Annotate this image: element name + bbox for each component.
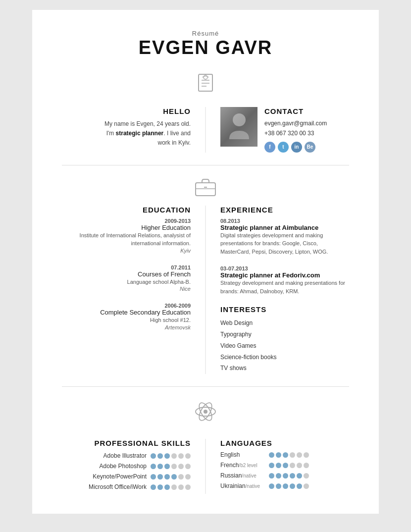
dot xyxy=(164,453,170,459)
dot xyxy=(178,474,184,479)
interest-3: Video Games xyxy=(220,340,349,352)
exp-title-2: Strategic planner at Fedoriv.com xyxy=(220,271,349,279)
dot xyxy=(185,453,191,459)
exp-date-2: 03-07.2013 xyxy=(220,266,349,271)
divider-1 xyxy=(62,165,349,165)
svg-rect-6 xyxy=(196,183,215,196)
edu-exp-section: EDUCATION 2009-2013 Higher Education Ins… xyxy=(62,206,349,374)
atom-icon xyxy=(193,399,218,424)
edu-degree-3: Complete Secondary Education xyxy=(62,309,191,316)
social-icons: f t in Be xyxy=(264,142,349,153)
dot xyxy=(171,484,177,490)
contact-title: CONTACT xyxy=(264,107,349,115)
hello-section: HELLO My name is Evgen, 24 years old. I'… xyxy=(62,107,206,148)
dot xyxy=(178,464,184,469)
hello-text: My name is Evgen, 24 years old. I'm stra… xyxy=(62,119,191,148)
svg-point-9 xyxy=(204,410,207,414)
lang-row-4: Ukrainian/native xyxy=(220,482,349,489)
person-icon xyxy=(195,73,216,98)
experience-title: EXPERIENCE xyxy=(220,206,349,214)
dot xyxy=(171,453,177,459)
edu-location-2: Nice xyxy=(62,286,191,292)
briefcase-icon-section xyxy=(62,178,349,197)
svg-point-5 xyxy=(233,113,246,126)
person-silhouette xyxy=(227,112,252,142)
contact-info: CONTACT evgen.gavr@gmail.com +38 067 320… xyxy=(264,107,349,153)
edu-entry-1: 2009-2013 Higher Education Institute of … xyxy=(62,218,191,254)
atom-icon-section xyxy=(62,399,349,424)
languages-section: LANGUAGES English French/b2 level xyxy=(206,439,349,493)
lang-dots-2 xyxy=(269,463,309,468)
twitter-icon[interactable]: t xyxy=(278,142,289,153)
contact-email: evgen.gavr@gmail.com xyxy=(264,118,349,128)
dot xyxy=(171,474,177,479)
dot xyxy=(178,484,184,490)
edu-school-2: Language school Alpha-B. xyxy=(62,278,191,286)
lang-name-1: English xyxy=(220,451,265,458)
dot xyxy=(151,464,156,469)
lang-name-3: Russian/native xyxy=(220,472,265,479)
header-section: Résumé EVGEN GAVR xyxy=(62,30,349,58)
profile-photo xyxy=(220,107,257,147)
facebook-icon[interactable]: f xyxy=(264,142,275,153)
lang-row-3: Russian/native xyxy=(220,472,349,479)
skills-title: PROFESSIONAL SKILLS xyxy=(62,439,191,447)
dot xyxy=(151,474,156,479)
education-section: EDUCATION 2009-2013 Higher Education Ins… xyxy=(62,206,206,341)
interests-section: INTERESTS Web Design Typography Video Ga… xyxy=(220,305,349,374)
skill-row-1: Adobe Illustrator xyxy=(62,452,191,459)
lang-row-2: French/b2 level xyxy=(220,462,349,469)
skill-row-2: Adobe Photoshop xyxy=(62,463,191,470)
lang-dots-1 xyxy=(269,452,309,458)
dot xyxy=(164,474,170,479)
contact-row: CONTACT evgen.gavr@gmail.com +38 067 320… xyxy=(220,107,349,153)
interest-5: TV shows xyxy=(220,363,349,374)
exp-desc-2: Strategy development and making presenta… xyxy=(220,279,349,295)
hello-title: HELLO xyxy=(62,107,191,115)
exp-interests-section: EXPERIENCE 08.2013 Strategic planner at … xyxy=(206,206,349,374)
dot xyxy=(164,464,170,469)
interests-list: Web Design Typography Video Games Scienc… xyxy=(220,318,349,374)
dot xyxy=(157,453,163,459)
interest-1: Web Design xyxy=(220,318,349,329)
interest-2: Typography xyxy=(220,329,349,340)
lang-dots-4 xyxy=(269,483,309,489)
skill-row-3: Keynote/PowerPoint xyxy=(62,473,191,480)
linkedin-icon[interactable]: in xyxy=(291,142,302,153)
dot xyxy=(178,453,184,459)
skills-list: Adobe Illustrator Adobe Photoshop xyxy=(62,452,191,490)
skill-dots-1 xyxy=(151,453,191,459)
full-name: EVGEN GAVR xyxy=(62,37,349,58)
skill-row-4: Microsoft Office/iWork xyxy=(62,483,191,490)
skill-name-2: Adobe Photoshop xyxy=(100,463,147,470)
exp-date-1: 08.2013 xyxy=(220,218,349,224)
exp-entry-1: 08.2013 Strategic planner at Aimbulance … xyxy=(220,218,349,256)
edu-location-1: Kyiv xyxy=(62,248,191,254)
contact-phone: +38 067 320 00 33 xyxy=(264,128,349,138)
dot xyxy=(185,484,191,490)
lang-row-1: English xyxy=(220,451,349,458)
contact-section: CONTACT evgen.gavr@gmail.com +38 067 320… xyxy=(206,107,349,153)
svg-rect-0 xyxy=(199,74,212,91)
behance-icon[interactable]: Be xyxy=(305,142,315,153)
edu-degree-2: Courses of French xyxy=(62,270,191,278)
edu-location-3: Artemovsk xyxy=(62,324,191,330)
resume-label: Résumé xyxy=(62,30,349,37)
skill-name-3: Keynote/PowerPoint xyxy=(93,473,147,480)
lang-dots-3 xyxy=(269,473,309,479)
languages-title: LANGUAGES xyxy=(220,439,349,447)
skill-dots-2 xyxy=(151,464,191,469)
skills-section: PROFESSIONAL SKILLS Adobe Illustrator Ad… xyxy=(62,439,206,494)
exp-desc-1: Digital strategies development and makin… xyxy=(220,231,349,256)
person-icon-section xyxy=(62,73,349,98)
exp-title-1: Strategic planner at Aimbulance xyxy=(220,224,349,231)
dot xyxy=(185,474,191,479)
skill-dots-3 xyxy=(151,474,191,479)
interest-4: Science-fiction books xyxy=(220,352,349,363)
edu-date-3: 2006-2009 xyxy=(62,303,191,309)
dot xyxy=(151,484,156,490)
lang-name-4: Ukrainian/native xyxy=(220,482,265,489)
lang-name-2: French/b2 level xyxy=(220,462,265,469)
skill-name-1: Adobe Illustrator xyxy=(103,452,147,459)
skill-dots-4 xyxy=(151,484,191,490)
